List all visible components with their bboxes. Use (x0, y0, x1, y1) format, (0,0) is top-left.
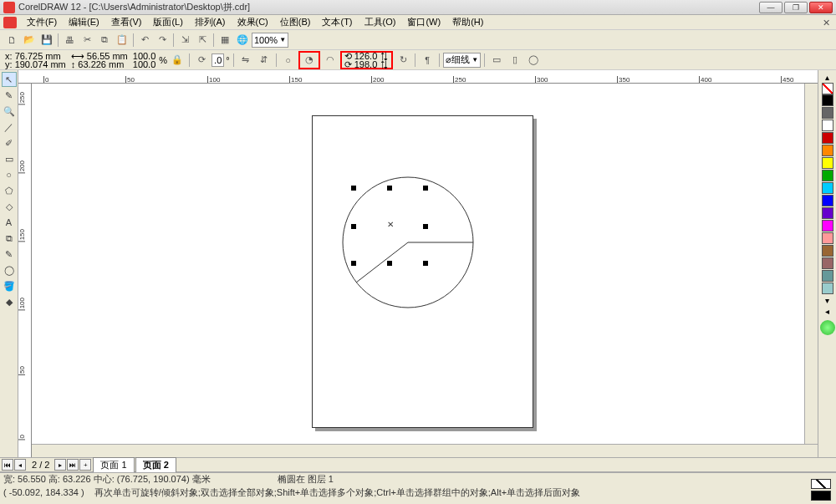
fill-outline-indicator[interactable] (811, 479, 831, 501)
outline-width-dropdown[interactable]: ⌀ 细线▼ (443, 53, 481, 68)
menu-help[interactable]: 帮助(H) (447, 15, 488, 29)
undo-icon[interactable]: ↶ (136, 32, 153, 48)
lock-ratio-icon[interactable]: 🔒 (169, 52, 186, 69)
horizontal-scrollbar[interactable] (32, 444, 818, 457)
clockwise-toggle-icon[interactable]: ↻ (395, 52, 411, 69)
vertical-ruler[interactable]: 050100150200250 (18, 84, 32, 457)
color-swatch[interactable] (822, 94, 833, 106)
menu-effects[interactable]: 效果(C) (232, 15, 273, 29)
last-page-button[interactable]: ⏭ (67, 459, 79, 471)
to-back-icon[interactable]: ▯ (507, 52, 523, 69)
menu-file[interactable]: 文件(F) (22, 15, 62, 29)
eyedropper-tool-icon[interactable]: ✎ (2, 247, 17, 262)
open-icon[interactable]: 📂 (21, 32, 38, 48)
handle-tr[interactable] (423, 186, 428, 191)
paste-icon[interactable]: 📋 (114, 32, 130, 48)
color-swatch[interactable] (822, 245, 833, 257)
smart-draw-tool-icon[interactable]: ✐ (2, 135, 17, 150)
color-swatch[interactable] (822, 170, 833, 181)
menu-window[interactable]: 窗口(W) (402, 15, 446, 29)
center-marker[interactable]: ✕ (387, 220, 394, 229)
palette-down-icon[interactable]: ▾ (825, 296, 829, 305)
to-front-icon[interactable]: ▭ (488, 52, 505, 69)
first-page-button[interactable]: ⏮ (2, 459, 13, 471)
convert-curves-icon[interactable]: ◯ (525, 52, 542, 69)
pie-mode-icon[interactable]: ◔ (301, 52, 318, 69)
menu-edit[interactable]: 编辑(E) (64, 15, 104, 29)
prev-page-button[interactable]: ◂ (14, 459, 26, 471)
color-swatch[interactable] (822, 145, 833, 156)
color-swatch[interactable] (822, 207, 833, 219)
import-icon[interactable]: ⇲ (176, 32, 193, 48)
pie-shape[interactable] (341, 176, 475, 309)
scale-readout[interactable]: 100.0 100.0 (131, 52, 158, 69)
export-icon[interactable]: ⇱ (194, 32, 211, 48)
page-tab-1[interactable]: 页面 1 (93, 457, 134, 472)
color-swatch[interactable] (822, 157, 833, 169)
redo-icon[interactable]: ↷ (154, 32, 171, 48)
palette-flyout-icon[interactable]: ◂ (825, 307, 829, 316)
rectangle-tool-icon[interactable]: ▭ (2, 151, 17, 166)
pick-tool-icon[interactable]: ↖ (2, 72, 17, 87)
no-color-swatch[interactable] (822, 83, 833, 94)
handle-br[interactable] (423, 261, 428, 266)
app-launcher-icon[interactable]: ▦ (217, 32, 233, 48)
handle-bc[interactable] (387, 261, 392, 266)
page-tab-2[interactable]: 页面 2 (135, 457, 176, 472)
copy-icon[interactable]: ⧉ (96, 32, 113, 48)
menu-arrange[interactable]: 排列(A) (190, 15, 231, 29)
zoom-tool-icon[interactable]: 🔍 (2, 104, 17, 119)
color-swatch[interactable] (822, 220, 833, 232)
handle-bl[interactable] (351, 261, 356, 266)
basic-shapes-tool-icon[interactable]: ◇ (2, 199, 17, 214)
corel-online-icon[interactable]: 🌐 (234, 32, 251, 48)
minimize-button[interactable]: — (759, 2, 782, 13)
next-page-button[interactable]: ▸ (54, 459, 66, 471)
maximize-button[interactable]: ❐ (784, 2, 808, 13)
app-menu-icon[interactable] (3, 17, 17, 28)
vertical-scrollbar[interactable] (804, 84, 818, 444)
document-close-button[interactable]: ✕ (819, 17, 833, 28)
outline-tool-icon[interactable]: ◯ (2, 262, 17, 277)
interactive-fill-tool-icon[interactable]: ◆ (2, 294, 17, 309)
add-page-button[interactable]: + (79, 459, 91, 471)
palette-up-icon[interactable]: ▴ (825, 73, 829, 82)
save-icon[interactable]: 💾 (38, 32, 55, 48)
new-icon[interactable]: 🗋 (3, 32, 20, 48)
freehand-tool-icon[interactable]: ／ (2, 120, 17, 135)
size-readout[interactable]: ⟷ 56.55 mm ↕ 63.226 mm (69, 52, 130, 69)
menu-view[interactable]: 查看(V) (106, 15, 147, 29)
ellipse-mode-icon[interactable]: ○ (280, 52, 297, 69)
menu-bitmap[interactable]: 位图(B) (275, 15, 316, 29)
color-swatch[interactable] (822, 132, 833, 144)
text-tool-icon[interactable]: A (2, 215, 17, 230)
handle-tl[interactable] (351, 186, 356, 191)
mirror-h-icon[interactable]: ⇋ (237, 52, 254, 69)
outline-swatch[interactable] (811, 491, 831, 501)
fill-swatch[interactable] (811, 479, 831, 489)
color-swatch[interactable] (822, 283, 833, 294)
handle-mr[interactable] (423, 224, 428, 229)
arc-mode-icon[interactable]: ◠ (322, 52, 339, 69)
angle-fields[interactable]: ⟲ 126.0 ⮁ ⟳ 198.0 ⮁ (343, 52, 391, 69)
color-swatch[interactable] (822, 270, 833, 282)
color-swatch[interactable] (822, 195, 833, 206)
cut-icon[interactable]: ✂ (79, 32, 95, 48)
fill-tool-icon[interactable]: 🪣 (2, 278, 17, 293)
canvas[interactable]: ✕ (32, 84, 818, 444)
blend-tool-icon[interactable]: ⧉ (2, 231, 17, 246)
handle-tc[interactable] (387, 186, 392, 191)
wrap-text-icon[interactable]: ¶ (419, 52, 436, 69)
color-swatch[interactable] (822, 232, 833, 244)
handle-ml[interactable] (351, 224, 356, 229)
horizontal-ruler[interactable]: 050100150200250300350400450 (18, 70, 818, 84)
color-swatch[interactable] (822, 107, 833, 119)
mirror-v-icon[interactable]: ⇵ (256, 52, 273, 69)
color-swatch[interactable] (822, 257, 833, 269)
zoom-dropdown[interactable]: 100% ▼ (252, 33, 288, 48)
menu-tools[interactable]: 工具(O) (359, 15, 401, 29)
shape-tool-icon[interactable]: ✎ (2, 88, 17, 103)
menu-text[interactable]: 文本(T) (317, 15, 357, 29)
close-button[interactable]: ✕ (809, 2, 833, 13)
polygon-tool-icon[interactable]: ⬠ (2, 183, 17, 198)
